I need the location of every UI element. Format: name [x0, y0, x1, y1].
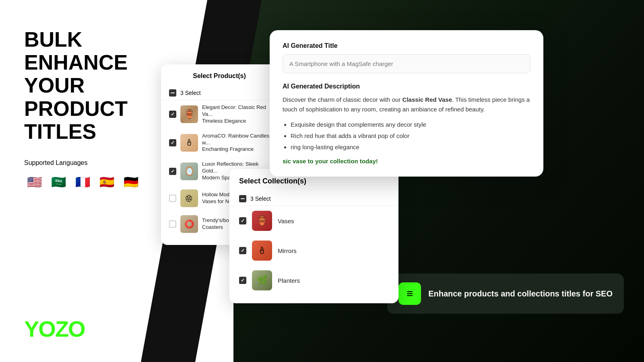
product-checkbox-3[interactable] [169, 168, 176, 175]
ai-bullet-3: ring long-lasting elegance [291, 142, 530, 152]
collection-thumb-planters [252, 270, 272, 290]
collection-item-planters[interactable]: Planters [229, 265, 398, 295]
collection-checkbox-planters[interactable] [239, 277, 246, 284]
ai-title-label: AI Generated Title [283, 42, 530, 49]
collection-panel-title: Select Collection(s) [229, 177, 398, 192]
yozo-logo: YOZO [24, 316, 85, 342]
collection-checkbox-vases[interactable] [239, 217, 246, 224]
product-thumb-2 [180, 134, 198, 152]
flag-fr: 🇫🇷 [72, 172, 93, 192]
ai-bullet-list: Exquisite design that complements any de… [283, 120, 530, 152]
flag-es: 🇪🇸 [97, 172, 117, 192]
product-checkbox-2[interactable] [169, 139, 176, 146]
product-thumb-1 [180, 105, 198, 123]
supported-languages-label: Supported Languages [24, 159, 149, 167]
collection-checkbox-mirrors[interactable] [239, 247, 246, 254]
collection-name-planters: Planters [278, 277, 300, 284]
ai-bullet-2: Rich red hue that adds a vibrant pop of … [291, 131, 530, 141]
product-thumb-4 [180, 189, 198, 207]
product-name-2: AromaCO: Rainbow Candles w...Enchanting … [202, 133, 270, 153]
product-checkbox-4[interactable] [169, 195, 176, 202]
collection-item-vases[interactable]: Vases [229, 206, 398, 236]
collection-name-vases: Vases [278, 218, 294, 224]
ai-cta-text: sic vase to your collection today! [283, 158, 530, 165]
product-checkbox-1[interactable] [169, 111, 176, 118]
product-item-2[interactable]: AromaCO: Rainbow Candles w...Enchanting … [161, 129, 278, 157]
ai-bullet-1: Exquisite design that complements any de… [291, 120, 530, 130]
flags-row: 🇺🇸 🇸🇦 🇫🇷 🇪🇸 🇩🇪 [24, 172, 149, 192]
collection-panel: Select Collection(s) 3 Select Vases Mirr… [229, 169, 398, 303]
collection-thumb-vases [252, 211, 272, 231]
seo-card-text: Enhance products and collections titles … [428, 288, 613, 299]
seo-icon-box: ≡ [398, 282, 421, 305]
collection-item-mirrors[interactable]: Mirrors [229, 236, 398, 265]
product-name-5: Trendy's/bo...Coasters [202, 217, 233, 231]
product-thumb-5 [180, 215, 198, 233]
collection-select-all-row[interactable]: 3 Select [229, 192, 398, 206]
collection-select-all-label: 3 Select [250, 195, 271, 202]
collection-name-mirrors: Mirrors [278, 247, 297, 254]
seo-icon: ≡ [407, 287, 413, 300]
headline: BULK ENHANCE YOUR PRODUCT TITLES [24, 28, 149, 143]
flag-us: 🇺🇸 [24, 172, 44, 192]
product-select-all-checkbox[interactable] [169, 89, 176, 97]
ai-description-label: AI Generated Description [283, 83, 530, 90]
ai-description-intro: Discover the charm of classic decor with… [283, 95, 530, 114]
ai-title-input[interactable] [283, 54, 530, 73]
product-thumb-3 [180, 162, 198, 180]
collection-thumb-mirrors [252, 241, 272, 261]
ai-description-section: AI Generated Description Discover the ch… [283, 83, 530, 165]
ai-panel: AI Generated Title AI Generated Descript… [270, 30, 543, 177]
collection-select-all-checkbox[interactable] [239, 195, 246, 202]
product-select-all-row[interactable]: 3 Select [161, 86, 278, 100]
product-checkbox-5[interactable] [169, 220, 176, 228]
product-name-1: Elegant Decor: Classic Red Va...Timeless… [202, 104, 270, 125]
product-select-all-label: 3 Select [180, 90, 201, 96]
product-panel-title: Select Product(s) [161, 72, 278, 86]
left-content: BULK ENHANCE YOUR PRODUCT TITLES Support… [0, 0, 169, 362]
flag-de: 🇩🇪 [121, 172, 141, 192]
product-item-1[interactable]: Elegant Decor: Classic Red Va...Timeless… [161, 100, 278, 129]
seo-card: ≡ Enhance products and collections title… [387, 274, 624, 314]
flag-sa: 🇸🇦 [48, 172, 68, 192]
